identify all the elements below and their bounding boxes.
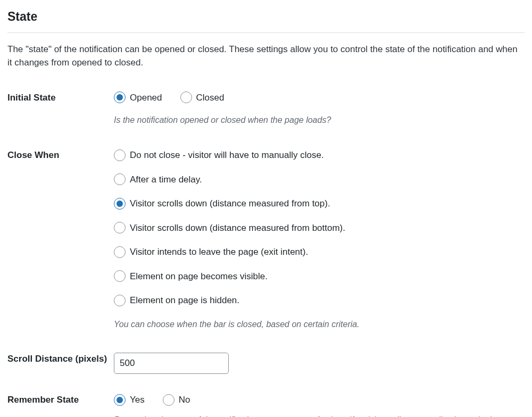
radio-icon (114, 270, 126, 282)
radio-label: Closed (196, 91, 225, 105)
scroll-distance-input[interactable] (114, 353, 229, 374)
radio-close-exit-intent[interactable]: Visitor intends to leave the page (exit … (114, 245, 525, 259)
radio-icon (114, 149, 126, 161)
radio-label: Visitor scrolls down (distance measured … (130, 197, 330, 211)
radio-close-manual[interactable]: Do not close - visitor will have to manu… (114, 148, 525, 162)
radio-close-scroll-top[interactable]: Visitor scrolls down (distance measured … (114, 197, 525, 211)
radio-label: Do not close - visitor will have to manu… (130, 148, 324, 162)
radio-icon (180, 91, 192, 103)
radio-label: After a time delay. (130, 173, 202, 187)
radio-icon (114, 246, 126, 258)
radio-remember-no[interactable]: No (163, 393, 190, 407)
section-description: The "state" of the notification can be o… (7, 43, 518, 70)
radio-remember-yes[interactable]: Yes (114, 393, 145, 407)
radio-label: Yes (130, 393, 145, 407)
radio-icon (114, 222, 126, 233)
close-when-helper: You can choose when the bar is closed, b… (114, 318, 508, 330)
radio-close-element-visible[interactable]: Element on page becomes visible. (114, 270, 525, 283)
radio-initial-closed[interactable]: Closed (180, 91, 225, 105)
field-initial-state: Initial State Opened Closed Is the notif… (7, 91, 525, 127)
radio-icon (114, 394, 126, 406)
radio-close-delay[interactable]: After a time delay. (114, 173, 525, 187)
section-heading: State (7, 7, 525, 33)
remember-state-helper: Remember the state of the notification a… (114, 414, 508, 417)
radio-label: Element on page becomes visible. (130, 270, 268, 283)
radio-icon (114, 91, 126, 103)
initial-state-helper: Is the notification opened or closed whe… (114, 114, 508, 126)
field-remember-state: Remember State Yes No Remember the state… (7, 393, 525, 417)
radio-label: Opened (130, 91, 162, 105)
radio-label: Visitor scrolls down (distance measured … (130, 221, 345, 235)
radio-label: Element on page is hidden. (130, 294, 239, 307)
radio-icon (163, 394, 174, 406)
remember-state-label: Remember State (7, 393, 114, 407)
field-scroll-distance: Scroll Distance (pixels) (7, 353, 525, 374)
close-when-label: Close When (7, 148, 114, 162)
initial-state-label: Initial State (7, 91, 114, 105)
radio-close-element-hidden[interactable]: Element on page is hidden. (114, 294, 525, 307)
radio-close-scroll-bottom[interactable]: Visitor scrolls down (distance measured … (114, 221, 525, 235)
radio-icon (114, 173, 126, 185)
radio-label: Visitor intends to leave the page (exit … (130, 245, 308, 259)
field-close-when: Close When Do not close - visitor will h… (7, 148, 525, 330)
scroll-distance-label: Scroll Distance (pixels) (7, 353, 114, 365)
radio-initial-opened[interactable]: Opened (114, 91, 162, 105)
radio-icon (114, 295, 126, 306)
radio-label: No (179, 393, 190, 407)
radio-icon (114, 198, 126, 210)
